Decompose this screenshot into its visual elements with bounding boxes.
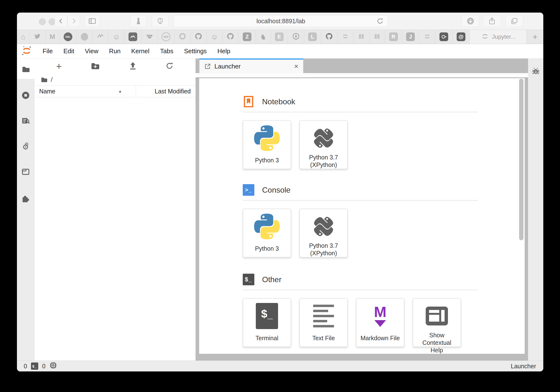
pinned-tab-z-site[interactable]: Z — [239, 30, 256, 44]
menu-view[interactable]: View — [80, 44, 104, 58]
launcher-card-python-3[interactable]: Python 3 — [243, 209, 291, 257]
pinned-tab-lumberjack-face[interactable]: ☺ — [109, 30, 124, 44]
new-tab-button[interactable]: + — [527, 30, 543, 44]
menu-help[interactable]: Help — [212, 44, 235, 58]
kernel-chip-icon — [49, 362, 57, 371]
upload-button[interactable] — [129, 62, 137, 71]
pinned-tab-l-site[interactable]: L — [304, 30, 321, 44]
close-tab-button[interactable]: × — [294, 62, 298, 70]
file-list-empty[interactable] — [34, 97, 196, 361]
chevron-right-icon — [71, 18, 77, 24]
pinned-tab-compass[interactable] — [288, 30, 304, 44]
pinned-tab-home[interactable]: ⌂ — [17, 30, 30, 44]
github-octocat-2-icon — [227, 32, 234, 41]
running-sessions-status[interactable]: 0 $_ 0 — [24, 362, 57, 371]
launcher-card-markdown-file[interactable]: MMarkdown File — [356, 298, 404, 347]
pinned-tab-lemur-face[interactable] — [141, 30, 158, 44]
sidebar-item-extension-manager[interactable] — [17, 194, 34, 204]
launcher-card-python-3-7-xpython-[interactable]: Python 3.7 (XPython) — [299, 120, 348, 169]
forward-button[interactable] — [68, 15, 80, 27]
sidebar-item-command-palette[interactable] — [17, 117, 34, 126]
breadcrumb[interactable]: / — [34, 74, 196, 85]
menu-edit[interactable]: Edit — [58, 44, 80, 58]
menu-tabs[interactable]: Tabs — [155, 44, 179, 58]
pinned-tab-activity-squiggle[interactable] — [92, 30, 109, 44]
pinned-tab-book-2[interactable] — [369, 30, 385, 44]
new-folder-button[interactable] — [91, 62, 100, 71]
back-button[interactable] — [55, 15, 67, 27]
column-header-name[interactable]: Name ▲ — [34, 85, 136, 97]
pinned-tab-jupyter-ring-2[interactable] — [419, 30, 435, 44]
terminal-icon: $_ — [256, 301, 278, 332]
kernels-count: 0 — [42, 363, 46, 370]
launcher-panel: NotebookPython 3Python 3.7 (XPython)>_Co… — [199, 78, 525, 354]
pinned-tab-j-site[interactable]: J — [402, 30, 420, 44]
pinned-tab-animal[interactable]: ♞ — [256, 30, 271, 44]
launcher-card-text-file[interactable]: Text File — [299, 298, 348, 347]
column-header-last-modified[interactable]: Last Modified — [136, 88, 196, 95]
tab-launcher[interactable]: Launcher × — [200, 59, 303, 73]
launcher-section-other: $_Other$_TerminalText FileMMarkdown File… — [243, 274, 525, 347]
pinned-tab-profile-circle[interactable] — [77, 30, 92, 44]
sidebar-toggle-button[interactable] — [84, 15, 100, 27]
close-window-button[interactable] — [39, 18, 46, 25]
debugger-button[interactable] — [532, 67, 540, 76]
pinned-tab-r-site[interactable]: R — [385, 30, 402, 44]
jupyterlab-shell: ⚙⚙ + — [17, 59, 543, 361]
pinned-tab-camera[interactable] — [435, 30, 452, 44]
extension-button[interactable] — [130, 15, 147, 27]
file-browser-panel: + — [34, 59, 196, 361]
pinned-tab-gmail[interactable]: M — [46, 30, 60, 44]
pinned-tab-hal[interactable]: HAL — [60, 30, 77, 44]
new-launcher-button[interactable]: + — [56, 61, 62, 71]
pinned-tab-lumberjack-face-2[interactable]: ☺ — [207, 30, 222, 44]
gears-icon: ⚙⚙ — [22, 142, 29, 150]
active-browser-tab[interactable]: Jupyter... — [470, 30, 527, 44]
share-button[interactable] — [483, 15, 501, 27]
sidebar-item-property-inspector[interactable]: ⚙⚙ — [17, 142, 34, 150]
pinned-tab-book[interactable] — [354, 30, 369, 44]
launcher-card-terminal[interactable]: $_Terminal — [243, 298, 291, 347]
minimize-window-button[interactable] — [49, 18, 55, 25]
tab-overview-button[interactable] — [505, 15, 523, 27]
shield-icon — [157, 18, 163, 24]
pinned-tab-jupyter-ring[interactable] — [337, 30, 354, 44]
menu-settings[interactable]: Settings — [179, 44, 212, 58]
pinned-tab-scp-circle[interactable]: SCP — [158, 30, 175, 44]
pinned-tab-at[interactable]: @ — [452, 30, 470, 44]
launcher-card-show-contextual-help[interactable]: Show Contextual Help — [413, 298, 461, 347]
menu-file[interactable]: File — [37, 44, 58, 58]
launcher-card-python-3[interactable]: Python 3 — [243, 120, 291, 169]
menu-kernel[interactable]: Kernel — [126, 44, 155, 58]
scrollbar-thumb[interactable] — [519, 79, 523, 240]
launcher-card-python-3-7-xpython-[interactable]: Python 3.7 (XPython) — [299, 209, 348, 257]
menu-run[interactable]: Run — [104, 44, 126, 58]
card-label: Text File — [310, 332, 337, 347]
browser-window: localhost:8891/lab — [17, 13, 543, 372]
pinned-tab-ring[interactable] — [175, 30, 190, 44]
pinned-tab-e-site[interactable]: E — [271, 30, 288, 44]
status-bar: 0 $_ 0 Launcher — [17, 361, 543, 372]
profile-circle-icon — [81, 33, 88, 41]
pinned-tab-mountain-peaks[interactable] — [124, 30, 141, 44]
download-icon — [466, 17, 475, 25]
card-label: Python 3 — [253, 154, 281, 169]
sidebar-item-open-tabs[interactable] — [17, 168, 34, 177]
pinned-tab-github-octocat-2[interactable] — [223, 30, 239, 44]
breadcrumb-root[interactable]: / — [51, 76, 52, 83]
current-mode-label: Launcher — [511, 363, 536, 370]
pinned-tab-twitter-bird[interactable] — [30, 30, 46, 44]
refresh-button[interactable] — [166, 62, 174, 71]
pinned-tab-github-octocat-3[interactable] — [321, 30, 337, 44]
sidebar-item-running-sessions[interactable] — [17, 91, 34, 101]
sidebar-item-file-browser[interactable] — [17, 65, 34, 74]
pawn-icon — [136, 17, 141, 25]
console-section-icon: >_ — [243, 184, 254, 196]
address-bar[interactable]: localhost:8891/lab — [174, 15, 388, 27]
markdown-icon: M — [374, 301, 387, 332]
downloads-button[interactable] — [461, 15, 480, 27]
privacy-shield-button[interactable] — [152, 15, 169, 27]
folder-icon — [21, 65, 30, 74]
reload-button[interactable] — [377, 17, 384, 26]
pinned-tab-github-octocat[interactable] — [190, 30, 207, 44]
